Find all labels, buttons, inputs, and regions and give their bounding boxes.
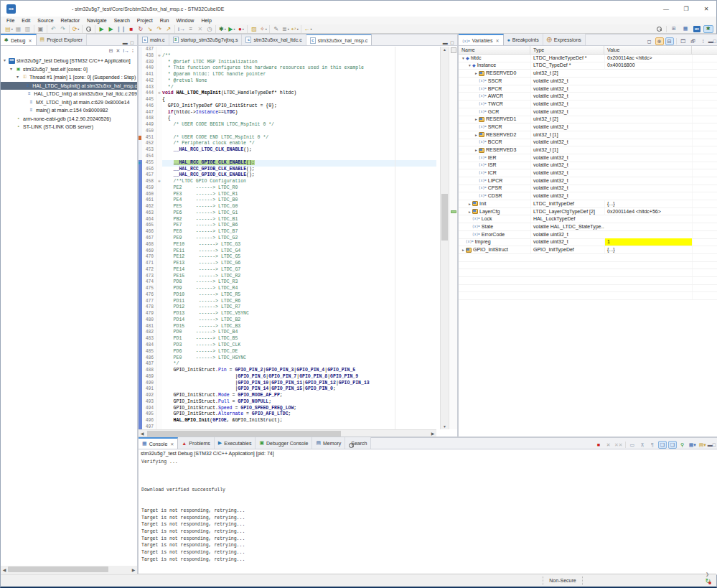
expand-arrow-icon[interactable]: ▸ xyxy=(461,246,466,253)
code-line[interactable]: 457 __HAL_RCC_GPIOD_CLK_ENABLE(); xyxy=(139,172,436,179)
menu-help[interactable]: Help xyxy=(197,18,215,23)
close-tab-icon[interactable]: ✕ xyxy=(29,38,32,43)
debug-tree-item[interactable]: ≡HAL_LTDC_MspInit() at stm32u5xx_hal_msp… xyxy=(1,82,137,90)
terminate-icon[interactable]: ■ xyxy=(594,441,603,449)
pin-console-icon[interactable]: ⚲ xyxy=(678,441,687,449)
code-line[interactable]: 445{ xyxy=(139,97,436,103)
close-tab-icon[interactable]: ✕ xyxy=(170,442,174,447)
show-on-stderr-icon[interactable]: ❏ xyxy=(668,441,677,449)
remove-all-terminated-icon[interactable]: ✕ xyxy=(116,48,121,54)
back-dropdown-icon[interactable]: ←▾ xyxy=(304,25,311,33)
code-line[interactable]: 474 PD8 ------> LTDC_R3 xyxy=(139,279,436,286)
profile-icon[interactable]: ◷ xyxy=(205,25,213,33)
variable-row[interactable]: (x)=GCRvolatile uint32_t xyxy=(459,108,717,116)
console-output[interactable]: Verifying ... Download verified successf… xyxy=(139,459,717,574)
code-line[interactable]: 494 GPIO_InitStruct.Speed = GPIO_SPEED_F… xyxy=(139,406,436,412)
scroll-left-icon[interactable]: ◀ xyxy=(139,431,146,436)
annotate-icon[interactable]: ✎ xyxy=(272,25,280,33)
variable-row[interactable]: (x)=ErrorCodevolatile uint32_t xyxy=(459,231,717,239)
code-line[interactable]: 461 PE4 ------> LTDC_B0 xyxy=(139,197,436,204)
code-line[interactable]: 490 |GPIO_PIN_10|GPIO_PIN_11|GPIO_PIN_12… xyxy=(139,381,436,387)
remove-terminated-icon[interactable]: ✕ xyxy=(196,25,204,33)
view-tab-variables[interactable]: (x)=Variables✕ xyxy=(459,34,504,45)
code-line[interactable]: 440 * This function configures the hardw… xyxy=(139,65,436,72)
scroll-lock-icon[interactable]: ⊼ xyxy=(638,441,647,449)
expand-arrow-icon[interactable]: ▾ xyxy=(10,65,15,74)
view-tab-breakpoints[interactable]: ●Breakpoints xyxy=(504,34,543,45)
restart-icon[interactable]: ↻ xyxy=(136,25,144,33)
expand-arrow-icon[interactable]: ▾ xyxy=(4,57,9,65)
attach-debugger-icon[interactable]: ▶ xyxy=(98,25,106,33)
code-line[interactable]: 447 if(hltdc->Instance==LTDC) xyxy=(139,110,436,116)
view-tab-executables[interactable]: ▶Executables xyxy=(215,437,256,449)
run-config-dropdown-icon[interactable]: ▶▾ xyxy=(228,25,235,33)
menu-project[interactable]: Project xyxy=(133,18,156,23)
code-line[interactable]: 473 PE15 ------> LTDC_R2 xyxy=(139,274,436,280)
view-tab-memory[interactable]: ▤Memory xyxy=(312,437,345,449)
code-line[interactable]: 443 */ xyxy=(139,85,436,91)
code-line[interactable]: 470 PE12 ------> LTDC_G5 xyxy=(139,254,436,261)
code-line[interactable]: 482 PD0 ------> LTDC_B4 xyxy=(139,330,436,336)
suspend-icon[interactable]: ❙❙ xyxy=(116,25,126,33)
maximize-view-icon[interactable]: □ xyxy=(713,39,716,44)
step-into-icon[interactable]: ↘ xyxy=(146,25,154,33)
expand-arrow-icon[interactable]: ▾ xyxy=(17,73,22,82)
open-console-dropdown-icon[interactable]: ▤▾ xyxy=(698,441,707,449)
search-small-icon[interactable] xyxy=(85,25,93,33)
remove-all-launches-icon[interactable]: ✕✕ xyxy=(614,441,623,449)
view-tab-search[interactable]: Search xyxy=(345,437,371,449)
variable-row[interactable]: (x)=SRCRvolatile uint32_t xyxy=(459,123,717,131)
scrollbar-thumb[interactable] xyxy=(8,566,108,572)
debug-tree-item[interactable]: ▾IDEstm32u5g7_test Debug [STM32 C/C++ Ap… xyxy=(1,57,137,65)
minimize-view-icon[interactable]: ▬ xyxy=(708,442,713,447)
collapse-all-icon[interactable]: ⊟ xyxy=(665,37,674,45)
current-line-marker[interactable] xyxy=(451,210,456,213)
code-line[interactable]: 462 PE5 ------> LTDC_G0 xyxy=(139,204,436,210)
code-line[interactable]: 451 /* USER CODE END LTDC_MspInit 0 */ xyxy=(139,135,436,141)
editor-tab-stm32u5xx-hal-msp-c[interactable]: cstm32u5xx_hal_msp.c xyxy=(306,34,372,45)
clear-console-icon[interactable]: ▭ xyxy=(628,441,637,449)
code-line[interactable]: 469 PE11 ------> LTDC_G4 xyxy=(139,248,436,255)
scroll-down-icon[interactable]: ▼ xyxy=(441,424,449,429)
terminate-icon[interactable]: ■ xyxy=(127,25,135,33)
variable-row[interactable]: (x)=CDSRvolatile uint32_t xyxy=(459,192,717,200)
view-menu-icon[interactable]: ⁞ xyxy=(699,37,708,45)
scroll-up-icon[interactable]: ▲ xyxy=(441,47,449,52)
code-line[interactable]: 475 PD9 ------> LTDC_R4 xyxy=(139,286,436,292)
view-tab-project-explorer[interactable]: ▤Project Explorer xyxy=(37,34,87,45)
column-header[interactable]: Type xyxy=(530,46,604,54)
show-type-names-icon[interactable]: ◻ xyxy=(645,37,654,45)
code-line[interactable]: 477 PD11 ------> LTDC_R6 xyxy=(139,299,436,305)
variable-row[interactable]: ▸RESERVED2uint32_t [1] xyxy=(459,131,717,139)
instruction-step-toggle-icon[interactable]: i→ xyxy=(123,48,129,53)
show-disassembly-icon[interactable]: ≡ xyxy=(187,25,195,33)
show-logical-structure-icon[interactable]: ⊕ xyxy=(655,37,664,45)
new-view-icon[interactable]: 🗖 xyxy=(679,37,688,45)
expand-arrow-icon[interactable]: ▸ xyxy=(467,208,472,215)
code-line[interactable]: 472 PE14 ------> LTDC_G7 xyxy=(139,267,436,274)
minimize-view-icon[interactable]: ▬ xyxy=(708,39,713,44)
cubemx-perspective-icon[interactable]: MX xyxy=(692,25,702,33)
code-line[interactable]: 484 PD3 ------> LTDC_CLK xyxy=(139,342,436,349)
column-header[interactable]: Value xyxy=(604,46,692,54)
view-menu-icon[interactable]: ⁞ xyxy=(132,48,133,53)
debug-tree-item[interactable]: ▪arm-none-eabi-gdb (14.2.90.20240526) xyxy=(1,115,137,123)
code-line[interactable]: 446 GPIO_InitTypeDef GPIO_InitStruct = {… xyxy=(139,103,436,110)
code-line[interactable]: 464 PB2 ------> LTDC_B1 xyxy=(139,217,436,223)
detach-view-icon[interactable]: 🗗 xyxy=(689,37,698,45)
debug-tree-item[interactable]: ▾▣stm32u5g7_test.elf [cores: 0] xyxy=(1,65,137,74)
view-tab-problems[interactable]: ▲Problems xyxy=(178,437,215,449)
search-icon[interactable] xyxy=(654,25,664,33)
menu-run[interactable]: Run xyxy=(156,18,173,23)
code-line[interactable]: 483 PD1 ------> LTDC_B5 xyxy=(139,336,436,342)
expand-arrow-icon[interactable]: ▾ xyxy=(467,62,472,69)
code-line[interactable]: 438⊖/** xyxy=(139,53,436,60)
code-line[interactable]: 476 PD10 ------> LTDC_R5 xyxy=(139,292,436,299)
expand-arrow-icon[interactable]: ▸ xyxy=(474,116,479,123)
variable-row[interactable]: ▸LayerCfgLTDC_LayerCfgTypeDef [2]0x20011… xyxy=(459,208,717,216)
code-line[interactable]: 456 __HAL_RCC_GPIOB_CLK_ENABLE(); xyxy=(139,167,436,173)
menu-source[interactable]: Source xyxy=(34,18,57,23)
variable-row[interactable]: (x)=ISRvolatile uint32_t xyxy=(459,162,717,170)
code-line[interactable]: 444⊖void HAL_LTDC_MspInit(LTDC_HandleTyp… xyxy=(139,90,436,97)
variable-row[interactable]: (x)=SSCRvolatile uint32_t xyxy=(459,78,717,85)
